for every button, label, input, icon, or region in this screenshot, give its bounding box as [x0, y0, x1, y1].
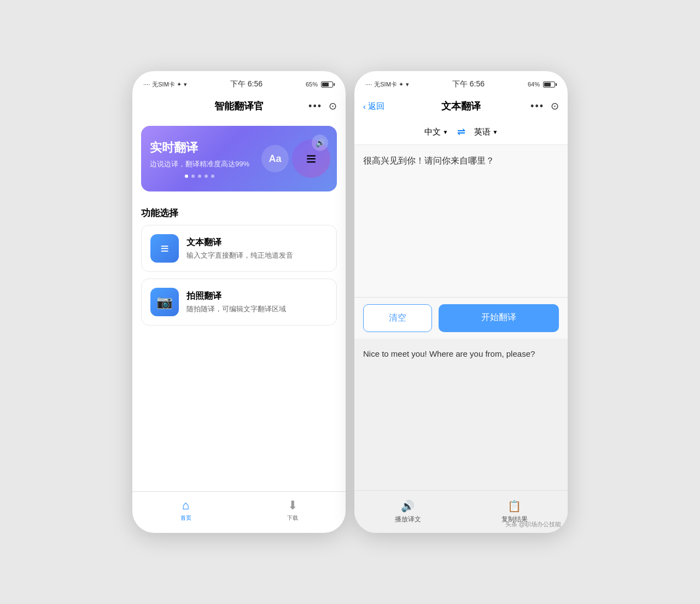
lang-selector: 中文 ▼ ⇌ 英语 ▼ [354, 119, 568, 145]
screen1-content: 实时翻译 边说边译，翻译精准度高达99% Aa ≡ [132, 119, 346, 491]
back-chevron-icon: ‹ [363, 102, 366, 111]
battery-percent-2: 64% [528, 81, 540, 88]
play-translation-btn[interactable]: 🔊 播放译文 [354, 495, 461, 528]
banner[interactable]: 实时翻译 边说边译，翻译精准度高达99% Aa ≡ [141, 126, 337, 191]
more-dots-icon[interactable]: ••• [308, 101, 322, 112]
target-icon[interactable]: ⊙ [329, 100, 337, 112]
status-right-1: 65% [306, 81, 335, 88]
section-title: 功能选择 [132, 198, 346, 225]
action-buttons: 清空 开始翻译 [354, 297, 568, 339]
photo-translate-info: 拍照翻译 随拍随译，可编辑文字翻译区域 [186, 291, 286, 314]
source-lang-label: 中文 [424, 127, 441, 137]
tab-home-label: 首页 [180, 514, 191, 522]
signal-dots-2: ···· [365, 81, 372, 88]
time-2: 下午 6:56 [452, 79, 485, 89]
source-lang-dropdown-icon: ▼ [443, 129, 448, 135]
aa-icon: Aa [261, 145, 289, 172]
photo-translate-icon: 📷 [150, 288, 179, 316]
watermark: 头条 @职场办公技能 [505, 520, 561, 528]
text-translate-name: 文本翻译 [186, 237, 293, 248]
time-1: 下午 6:56 [230, 79, 262, 89]
back-label: 返回 [368, 101, 384, 112]
battery-icon-1 [321, 82, 335, 88]
nav-actions-1: ••• ⊙ [308, 100, 337, 112]
wifi-icon-2: ▾ [406, 81, 409, 88]
feature-text-translate[interactable]: ≡ 文本翻译 输入文字直接翻译，纯正地道发音 [141, 225, 337, 272]
input-text: 很高兴见到你！请问你来自哪里？ [363, 154, 559, 168]
banner-dots [150, 175, 249, 178]
target-lang-btn[interactable]: 英语 ▼ [474, 127, 498, 137]
copy-icon: 📋 [508, 500, 521, 513]
battery-percent-1: 65% [306, 81, 318, 88]
translate-button[interactable]: 开始翻译 [439, 304, 559, 332]
wifi-icon: ▾ [184, 81, 187, 88]
status-bar-2: ···· 无SIM卡 ✦ ▾ 下午 6:56 64% [354, 71, 568, 95]
nav-bar-1: 智能翻译官 ••• ⊙ [132, 95, 346, 119]
home-icon: ⌂ [182, 498, 189, 513]
status-left-2: ···· 无SIM卡 ✦ ▾ [365, 80, 409, 89]
text-translate-desc: 输入文字直接翻译，纯正地道发音 [186, 251, 293, 260]
banner-title: 实时翻译 [150, 140, 249, 156]
phone-translate: ···· 无SIM卡 ✦ ▾ 下午 6:56 64% ‹ 返回 文 [354, 71, 568, 533]
nav-bar-2: ‹ 返回 文本翻译 ••• ⊙ [354, 95, 568, 119]
banner-subtitle: 边说边译，翻译精准度高达99% [150, 159, 249, 169]
bottom-tab: ⌂ 首页 ⬇ 下载 [132, 491, 346, 533]
output-text: Nice to meet you! Where are you from, pl… [363, 347, 559, 361]
download-icon: ⬇ [288, 498, 298, 513]
tab-home[interactable]: ⌂ 首页 [132, 496, 239, 524]
target-lang-dropdown-icon: ▼ [493, 129, 498, 135]
phone-home: ···· 无SIM卡 ✦ ▾ 下午 6:56 65% 智能翻译官 ••• ⊙ [132, 71, 346, 533]
text-translate-info: 文本翻译 输入文字直接翻译，纯正地道发音 [186, 237, 293, 260]
back-button[interactable]: ‹ 返回 [363, 101, 384, 112]
nav-title-2: 文本翻译 [441, 100, 481, 113]
text-translate-icon: ≡ [150, 234, 179, 263]
dot-4 [205, 175, 208, 178]
input-section[interactable]: 很高兴见到你！请问你来自哪里？ [354, 145, 568, 297]
banner-text: 实时翻译 边说边译，翻译精准度高达99% [150, 140, 249, 178]
translation-area: 很高兴见到你！请问你来自哪里？ 清空 开始翻译 Nice to meet you… [354, 145, 568, 533]
nav-title-1: 智能翻译官 [214, 100, 264, 113]
clear-button[interactable]: 清空 [363, 304, 432, 332]
signal-dots: ···· [143, 81, 150, 88]
status-left-1: ···· 无SIM卡 ✦ ▾ [143, 80, 187, 89]
dot-3 [198, 175, 201, 178]
target-icon-2[interactable]: ⊙ [551, 100, 559, 112]
tab-download-label: 下载 [287, 514, 298, 522]
status-bar-1: ···· 无SIM卡 ✦ ▾ 下午 6:56 65% [132, 71, 346, 95]
target-lang-label: 英语 [474, 127, 491, 137]
status-right-2: 64% [528, 81, 557, 88]
dot-2 [191, 175, 195, 178]
photo-translate-desc: 随拍随译，可编辑文字翻译区域 [186, 304, 286, 314]
feature-photo-translate[interactable]: 📷 拍照翻译 随拍随译，可编辑文字翻译区域 [141, 278, 337, 326]
more-dots-icon-2[interactable]: ••• [530, 101, 544, 112]
nav-actions-2: ••• ⊙ [530, 100, 559, 112]
speaker-icon: 🔊 [401, 500, 415, 513]
dot-5 [211, 175, 214, 178]
tab-download[interactable]: ⬇ 下载 [239, 496, 346, 524]
dot-1 [185, 175, 188, 178]
swap-icon[interactable]: ⇌ [457, 126, 465, 138]
sound-icon: 🔊 [312, 135, 328, 151]
play-label: 播放译文 [395, 515, 421, 524]
source-lang-btn[interactable]: 中文 ▼ [424, 127, 448, 137]
battery-icon-2 [543, 82, 557, 88]
output-section: Nice to meet you! Where are you from, pl… [354, 339, 568, 491]
photo-translate-name: 拍照翻译 [186, 291, 286, 302]
